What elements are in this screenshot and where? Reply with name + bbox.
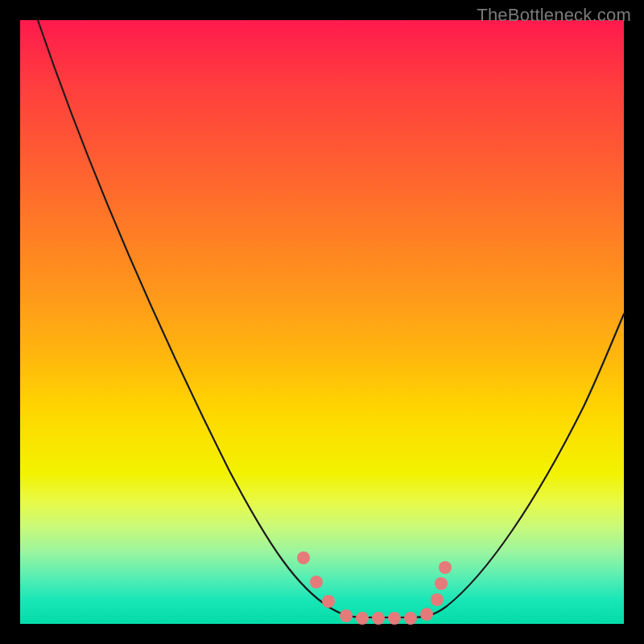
bottleneck-curve-svg [20,20,624,624]
marker [372,612,385,625]
marker [439,561,452,574]
watermark-text: TheBottleneck.com [477,5,631,26]
marker [356,612,369,625]
chart-frame: TheBottleneck.com [0,0,644,644]
marker [388,612,401,625]
marker [340,609,353,622]
marker [310,576,323,588]
marker [420,608,433,621]
trough-markers [297,551,452,625]
bottleneck-curve [38,20,624,617]
marker [431,593,444,606]
marker [322,595,335,608]
plot-area [20,20,624,624]
marker [435,577,448,590]
marker [297,551,310,564]
marker [404,612,417,625]
